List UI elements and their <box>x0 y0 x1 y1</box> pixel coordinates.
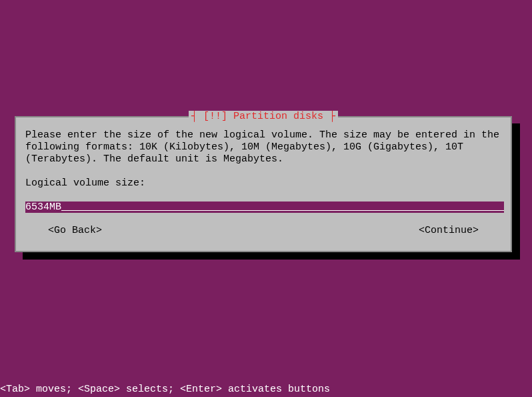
volume-size-input[interactable]: 6534MB__________________________________… <box>25 202 504 213</box>
partition-dialog: ┤ [!!] Partition disks ├ Please enter th… <box>15 116 512 252</box>
dialog-title-text: [!!] Partition disks <box>203 111 323 122</box>
button-row: <Go Back> <Continue> <box>25 225 501 237</box>
field-label: Logical volume size: <box>25 177 501 189</box>
dialog-title: ┤ [!!] Partition disks ├ <box>189 111 338 122</box>
input-fill: ________________________________________… <box>61 202 504 213</box>
input-value: 6534MB <box>25 202 61 213</box>
go-back-button[interactable]: <Go Back> <box>48 225 102 237</box>
dialog-title-wrapper: ┤ [!!] Partition disks ├ <box>16 111 511 122</box>
prompt-text: Please enter the size of the new logical… <box>25 129 501 165</box>
continue-button[interactable]: <Continue> <box>419 225 479 237</box>
dialog-content: Please enter the size of the new logical… <box>25 129 501 242</box>
footer-hint: <Tab> moves; <Space> selects; <Enter> ac… <box>0 384 330 395</box>
